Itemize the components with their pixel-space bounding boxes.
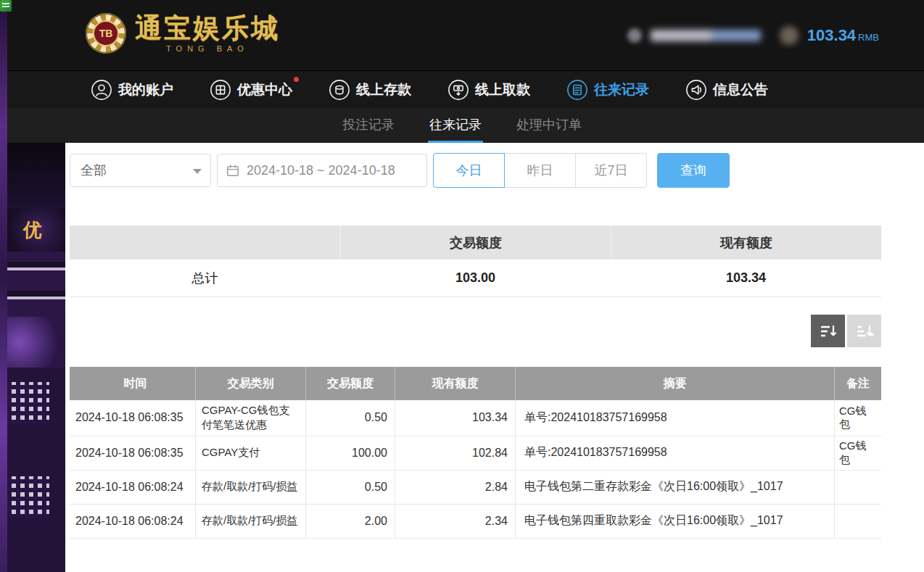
background-fragment xyxy=(0,317,65,368)
cell-note xyxy=(834,471,881,504)
col-header-type: 交易类别 xyxy=(195,367,305,400)
summary-header-balance: 现有额度 xyxy=(611,225,881,260)
nav-item-transaction-records[interactable]: 往来记录 xyxy=(566,79,649,101)
cell-note: CG钱包 xyxy=(834,400,881,436)
user-avatar xyxy=(627,28,642,43)
summary-header-transaction: 交易额度 xyxy=(340,225,611,260)
nav-item-my-account[interactable]: 我的账户 xyxy=(91,79,173,101)
table-row: 2024-10-18 06:08:35 CGPAY-CG钱包支付笔笔送优惠 0.… xyxy=(70,400,881,436)
cell-summary: 电子钱包第二重存款彩金《次日16:00领取》_1017 xyxy=(515,471,834,504)
summary-total-transaction: 103.00 xyxy=(340,260,611,297)
deposit-icon xyxy=(329,79,350,101)
nav-label: 线上存款 xyxy=(356,80,411,99)
tab-transaction-records[interactable]: 往来记录 xyxy=(428,108,483,143)
main-nav: 我的账户 优惠中心 线上存款 线上取款 往来记录 信息公告 xyxy=(0,70,924,108)
wallet-coin-icon xyxy=(780,26,799,45)
last7days-button[interactable]: 近7日 xyxy=(575,153,647,188)
sort-descending-button[interactable] xyxy=(811,315,845,347)
nav-item-announcements[interactable]: 信息公告 xyxy=(685,79,768,101)
col-header-amount: 交易额度 xyxy=(305,367,395,400)
cell-time: 2024-10-18 06:08:24 xyxy=(70,471,195,504)
cell-type: 存款/取款/打码/损益 xyxy=(195,505,305,538)
cell-time: 2024-10-18 06:08:24 xyxy=(70,505,195,538)
records-icon xyxy=(566,79,588,101)
cell-summary: 单号:202410183757169958 xyxy=(515,436,834,470)
background-fragment: 优 xyxy=(0,208,65,252)
sub-nav: 投注记录 往来记录 处理中订单 xyxy=(0,108,924,143)
tab-betting-records[interactable]: 投注记录 xyxy=(341,108,396,143)
nav-item-online-deposit[interactable]: 线上存款 xyxy=(329,79,411,101)
col-header-summary: 摘要 xyxy=(515,367,834,400)
background-glyph: 优 xyxy=(23,219,42,241)
qr-code-image xyxy=(7,382,49,424)
sort-ascending-button[interactable] xyxy=(847,315,881,347)
nav-label: 优惠中心 xyxy=(237,80,292,99)
taskbar-corner-icon xyxy=(0,0,12,12)
cell-amount: 0.50 xyxy=(305,471,395,504)
cell-balance: 2.34 xyxy=(395,505,515,538)
nav-label: 我的账户 xyxy=(118,80,173,99)
balance-amount: 103.34 xyxy=(807,26,856,44)
chevron-down-icon xyxy=(193,169,202,174)
cell-type: CGPAY支付 xyxy=(195,436,305,470)
nav-label: 线上取款 xyxy=(475,80,530,99)
cell-balance: 102.84 xyxy=(395,436,515,470)
announcement-icon xyxy=(685,79,707,101)
cell-balance: 2.84 xyxy=(395,471,515,504)
account-area: 103.34RMB xyxy=(627,0,879,70)
cell-balance: 103.34 xyxy=(395,400,515,436)
cell-amount: 100.00 xyxy=(305,436,395,470)
quick-range-group: 今日 昨日 近7日 xyxy=(433,153,647,188)
logo-subtitle: TONG BAO xyxy=(135,44,280,53)
notification-dot xyxy=(294,77,299,82)
qr-code-image xyxy=(7,476,49,518)
records-header-row: 时间 交易类别 交易额度 现有额度 摘要 备注 xyxy=(70,367,881,400)
col-header-time: 时间 xyxy=(70,367,195,400)
records-table: 时间 交易类别 交易额度 现有额度 摘要 备注 2024-10-18 06:08… xyxy=(70,367,881,539)
tab-processing-orders[interactable]: 处理中订单 xyxy=(515,108,583,143)
logo[interactable]: TB 通宝娱乐城 TONG BAO xyxy=(86,13,280,54)
col-header-note: 备注 xyxy=(834,367,881,400)
nav-item-online-withdrawal[interactable]: 线上取款 xyxy=(447,79,530,101)
cell-type: CGPAY-CG钱包支付笔笔送优惠 xyxy=(195,400,305,436)
cell-time: 2024-10-18 06:08:35 xyxy=(70,436,195,470)
cell-type: 存款/取款/打码/损益 xyxy=(195,471,305,504)
calendar-icon xyxy=(226,164,239,177)
filter-bar: 全部 2024-10-18 ~ 2024-10-18 今日 昨日 近7日 查询 xyxy=(70,153,881,188)
cell-note: CG钱包 xyxy=(834,436,881,470)
background-window-edge xyxy=(0,0,7,572)
logo-title: 通宝娱乐城 xyxy=(135,14,280,41)
cell-time: 2024-10-18 06:08:35 xyxy=(70,400,195,436)
summary-total-row: 总计 103.00 103.34 xyxy=(70,260,881,297)
username-blurred xyxy=(651,30,761,41)
promo-icon xyxy=(210,79,231,101)
cell-amount: 2.00 xyxy=(305,505,395,538)
type-select[interactable]: 全部 xyxy=(70,154,211,187)
today-button[interactable]: 今日 xyxy=(433,153,505,188)
user-icon xyxy=(91,79,112,101)
summary-total-label: 总计 xyxy=(70,260,340,297)
cell-note xyxy=(834,505,881,538)
summary-total-balance: 103.34 xyxy=(611,260,881,297)
table-row: 2024-10-18 06:08:24 存款/取款/打码/损益 0.50 2.8… xyxy=(70,471,881,505)
nav-label: 往来记录 xyxy=(594,80,649,99)
nav-item-promotions[interactable]: 优惠中心 xyxy=(210,79,292,101)
date-range-input[interactable]: 2024-10-18 ~ 2024-10-18 xyxy=(217,154,427,187)
cell-summary: 电子钱包第四重取款彩金《次日16:00领取》_1017 xyxy=(515,505,834,538)
content-area: 全部 2024-10-18 ~ 2024-10-18 今日 昨日 近7日 查询 … xyxy=(65,143,924,572)
nav-label: 信息公告 xyxy=(713,80,768,99)
balance: 103.34RMB xyxy=(807,26,879,45)
yesterday-button[interactable]: 昨日 xyxy=(504,153,576,188)
query-button[interactable]: 查询 xyxy=(657,153,730,188)
sort-descending-icon xyxy=(819,322,838,341)
sort-ascending-icon xyxy=(855,322,874,341)
balance-currency: RMB xyxy=(858,32,879,43)
background-window-strip: 优 xyxy=(0,143,65,572)
background-fragment xyxy=(0,368,65,572)
header: TB 通宝娱乐城 TONG BAO 103.34RMB xyxy=(0,0,924,70)
table-row: 2024-10-18 06:08:24 存款/取款/打码/损益 2.00 2.3… xyxy=(70,505,881,539)
cell-summary: 单号:202410183757169958 xyxy=(515,400,834,436)
background-fragment xyxy=(0,252,65,317)
col-header-balance: 现有额度 xyxy=(395,367,515,400)
logo-chip-badge: TB xyxy=(93,20,119,46)
